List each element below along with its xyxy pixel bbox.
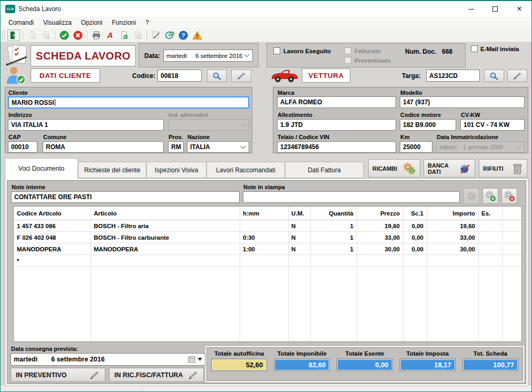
vehicle-search-button[interactable] (484, 70, 504, 82)
tot-scheda-label: Tot. Scheda (474, 350, 507, 357)
cap-input[interactable]: 00010 (8, 141, 37, 153)
modello-input[interactable]: 147 (937) (400, 96, 525, 108)
telaio-input[interactable]: 12346789456 (277, 141, 396, 153)
gear-add-icon (485, 190, 496, 202)
cell-codice: 1 457 433 086 (14, 220, 91, 231)
menu-funzioni[interactable]: Funzioni (107, 17, 141, 28)
lavoro-eseguito-checkbox[interactable] (273, 47, 280, 54)
cancel-icon (73, 31, 83, 40)
cliente-label: Cliente (8, 90, 28, 96)
marca-label: Marca (278, 90, 294, 96)
banca-dati-button[interactable]: BANCA DATI (423, 159, 475, 178)
num-doc-value: 668 (442, 48, 452, 55)
cliente-input[interactable]: MARIO ROSSI (8, 96, 249, 109)
telaio-label: Telaio / Codice VIN (278, 134, 329, 140)
table-row[interactable]: 1 457 433 086 BOSCH - Filtro aria N 1 19… (14, 220, 521, 232)
consegna-datepicker[interactable]: martedì 6 settembre 2016 (11, 353, 205, 366)
cv-kw-input[interactable]: 101 CV - 74 KW (460, 119, 525, 131)
table-row[interactable]: MANODOPERA MANODOPERA 1:00 N 1 30,00 0,0… (14, 243, 521, 255)
email-inviata-checkbox[interactable] (471, 45, 478, 52)
gear-add-button[interactable] (482, 188, 498, 204)
cell-hmm: 0:30 (240, 232, 288, 243)
indirizzo-input[interactable]: VIA ITALIA 1 (8, 119, 164, 131)
search-document-icon (133, 31, 142, 40)
menu-visualizza[interactable]: Visualizza (38, 17, 76, 28)
help-icon: ? (179, 31, 188, 40)
gear-delete-button[interactable] (501, 188, 517, 204)
marca-input[interactable]: ALFA ROMEO (277, 96, 396, 108)
client-edit-button[interactable] (231, 70, 251, 82)
targa-label: Targa: (402, 72, 421, 80)
note-interne-input[interactable]: CONTATTARE ORE PASTI (11, 191, 240, 203)
allestimento-input[interactable]: 1.9 JTD (277, 119, 396, 131)
ricambi-button[interactable]: RICAMBI (368, 159, 420, 178)
print-icon (92, 31, 101, 40)
rifiuti-button[interactable]: RIFIUTI (479, 159, 527, 178)
km-label: Km (400, 134, 410, 140)
maximize-button[interactable] (483, 1, 507, 17)
cell-articolo: MANODOPERA (91, 243, 240, 254)
globe-pen-icon (459, 162, 471, 175)
exit-button[interactable] (7, 30, 20, 41)
tot-scheda-value: 100,77 (462, 359, 518, 371)
window-title: Scheda Lavoro (18, 5, 61, 13)
cell-sc1: 0,00 (403, 220, 427, 231)
cell-prezzo: 30,00 (357, 243, 403, 254)
tab-content-frame: Note interne CONTATTARE ORE PASTI Note i… (5, 178, 528, 386)
menu-opzioni[interactable]: Opzioni (76, 17, 107, 28)
maximize-icon (492, 6, 498, 12)
km-input[interactable]: 25000 (400, 141, 432, 153)
history-add-button[interactable] (163, 30, 176, 41)
cell-prezzo: 33,00 (357, 232, 403, 243)
minimize-button[interactable] (459, 1, 483, 17)
comune-input[interactable]: ROMA (43, 141, 164, 153)
edit-notes-button[interactable] (150, 30, 162, 41)
cancel-button[interactable] (72, 30, 84, 41)
menu-comandi[interactable]: Comandi (4, 17, 38, 28)
close-button[interactable]: × (507, 1, 531, 17)
voci-documento-panel: Note interne CONTATTARE ORE PASTI Note i… (7, 180, 526, 384)
gear-icon (466, 191, 477, 201)
in-preventivo-label: IN PREVENTIVO (16, 371, 67, 379)
nazione-value: ITALIA (190, 143, 210, 151)
in-preventivo-button[interactable]: IN PREVENTIVO (11, 368, 105, 382)
ricambi-label: RICAMBI (372, 165, 397, 172)
totale-esente-value: 0,00 (337, 359, 392, 371)
codice-motore-input[interactable]: 182 B9.000 (400, 119, 456, 131)
nazione-combobox[interactable]: ITALIA (187, 141, 249, 153)
vehicle-edit-button[interactable] (507, 70, 527, 82)
tab-ispezioni-visiva[interactable]: Ispezioni Visiva (146, 162, 206, 178)
tab-voci-documento[interactable]: Voci Documento (5, 158, 78, 179)
in-ricfisc-fattura-button[interactable]: IN RIC.FISC/FATTURA (109, 368, 204, 382)
chevron-down-icon (241, 143, 246, 149)
table-row[interactable]: F 026 402 048 BOSCH - Filtro carburante … (14, 232, 521, 243)
pdf-export-button[interactable]: A (104, 30, 116, 41)
help-button[interactable]: ? (177, 30, 190, 41)
num-doc-label: Num. Doc. (405, 48, 436, 55)
note-stampa-input[interactable] (243, 191, 460, 203)
prov-input[interactable]: RM (168, 141, 184, 153)
cell-es (478, 232, 502, 243)
warning-button[interactable] (191, 30, 203, 41)
confirm-button[interactable] (58, 30, 71, 41)
table-new-row[interactable]: * (14, 255, 521, 267)
menu-help[interactable]: ? (141, 17, 154, 28)
consegna-label: Data consegna prevista: (11, 346, 78, 352)
app-icon: CLIX (5, 5, 15, 13)
tab-lavori-raccomandati[interactable]: Lavori Raccomandati (206, 162, 285, 178)
client-search-button[interactable] (207, 70, 227, 82)
ind-alternativi-label: Ind. alternativi (169, 112, 208, 118)
cell-hmm: 1:00 (240, 243, 288, 254)
codice-input[interactable]: 00818 (157, 70, 202, 82)
totale-imponibile-value: 82,60 (274, 359, 330, 371)
targa-input[interactable]: AS123CD (426, 70, 480, 82)
tab-richieste-cliente[interactable]: Richieste del cliente (78, 162, 146, 178)
date-combobox[interactable]: martedì 6 settembre 2016 (163, 50, 253, 62)
tab-dati-fattura[interactable]: Dati Fattura (285, 162, 363, 178)
add-document-button[interactable] (117, 30, 130, 41)
customer-icon (5, 66, 27, 84)
toolbar-grip (2, 31, 5, 40)
rifiuti-label: RIFIUTI (483, 165, 504, 172)
print-button[interactable] (90, 30, 103, 41)
pencil-icon (188, 370, 199, 379)
